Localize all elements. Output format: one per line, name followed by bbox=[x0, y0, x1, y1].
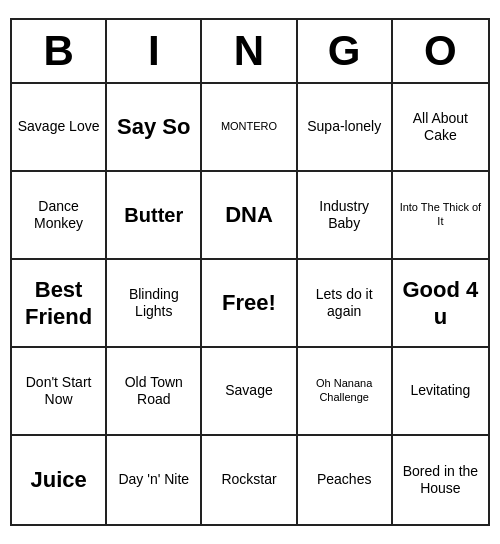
bingo-cell-2: MONTERO bbox=[202, 84, 297, 172]
bingo-cell-9: Into The Thick of It bbox=[393, 172, 488, 260]
bingo-cell-12: Free! bbox=[202, 260, 297, 348]
bingo-cell-22: Rockstar bbox=[202, 436, 297, 524]
bingo-cell-8: Industry Baby bbox=[298, 172, 393, 260]
bingo-cell-17: Savage bbox=[202, 348, 297, 436]
bingo-cell-6: Butter bbox=[107, 172, 202, 260]
bingo-card: BINGO Savage LoveSay SoMONTEROSupa-lonel… bbox=[10, 18, 490, 526]
bingo-letter-g: G bbox=[298, 20, 393, 82]
bingo-cell-4: All About Cake bbox=[393, 84, 488, 172]
bingo-cell-19: Levitating bbox=[393, 348, 488, 436]
bingo-cell-11: Blinding Lights bbox=[107, 260, 202, 348]
bingo-cell-3: Supa-lonely bbox=[298, 84, 393, 172]
bingo-header: BINGO bbox=[12, 20, 488, 84]
bingo-cell-18: Oh Nanana Challenge bbox=[298, 348, 393, 436]
bingo-cell-10: Best Friend bbox=[12, 260, 107, 348]
bingo-cell-0: Savage Love bbox=[12, 84, 107, 172]
bingo-cell-16: Old Town Road bbox=[107, 348, 202, 436]
bingo-cell-20: Juice bbox=[12, 436, 107, 524]
bingo-letter-i: I bbox=[107, 20, 202, 82]
bingo-cell-7: DNA bbox=[202, 172, 297, 260]
bingo-letter-n: N bbox=[202, 20, 297, 82]
bingo-letter-o: O bbox=[393, 20, 488, 82]
bingo-cell-14: Good 4 u bbox=[393, 260, 488, 348]
bingo-grid: Savage LoveSay SoMONTEROSupa-lonelyAll A… bbox=[12, 84, 488, 524]
bingo-cell-15: Don't Start Now bbox=[12, 348, 107, 436]
bingo-cell-1: Say So bbox=[107, 84, 202, 172]
bingo-cell-23: Peaches bbox=[298, 436, 393, 524]
bingo-cell-5: Dance Monkey bbox=[12, 172, 107, 260]
bingo-cell-13: Lets do it again bbox=[298, 260, 393, 348]
bingo-cell-24: Bored in the House bbox=[393, 436, 488, 524]
bingo-cell-21: Day 'n' Nite bbox=[107, 436, 202, 524]
bingo-letter-b: B bbox=[12, 20, 107, 82]
